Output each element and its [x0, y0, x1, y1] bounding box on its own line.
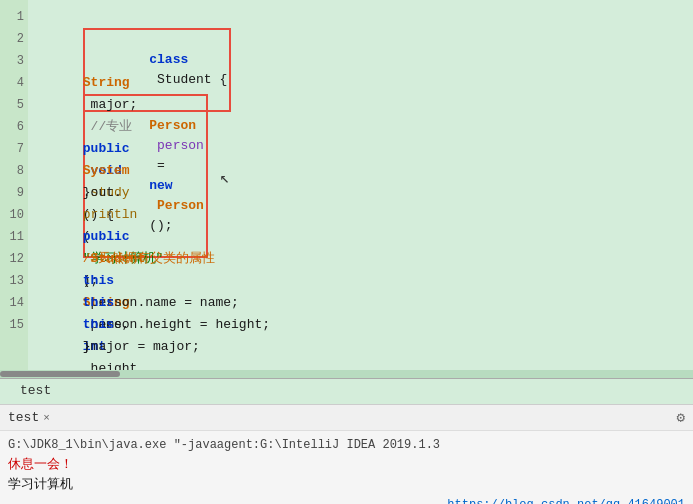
indent-11	[83, 251, 145, 266]
param-height: height,	[83, 361, 153, 370]
indent-3	[83, 75, 114, 90]
footer-link[interactable]: https://blog.csdn.net/qq_41649001	[447, 498, 685, 504]
line-num-1: 1	[17, 6, 24, 28]
bottom-panel: test × ⚙ G:\JDK8_1\bin\java.exe "-javaag…	[0, 404, 693, 504]
line-num-10: 10	[10, 204, 24, 226]
code-editor: 1 2 3 4 5 6 7 8 9 10 11 12 13 14 15 clas…	[0, 0, 693, 370]
line-num-4: 4	[17, 72, 24, 94]
line-num-2: 2	[17, 28, 24, 50]
line-num-8: 8	[17, 160, 24, 182]
csdn-link[interactable]: https://blog.csdn.net/qq_41649001	[447, 498, 685, 504]
var-person: person	[149, 138, 204, 153]
indent-13	[83, 295, 145, 310]
major-assign: .major = major;	[83, 339, 200, 354]
indent-10	[83, 229, 145, 244]
output-line-2: 学习计算机	[8, 475, 685, 495]
bottom-panel-header: test × ⚙	[0, 405, 693, 431]
tab-test[interactable]: test	[8, 381, 63, 402]
line-numbers: 1 2 3 4 5 6 7 8 9 10 11 12 13 14 15	[0, 0, 28, 370]
code-lines: class Student { String major; //专业 Perso…	[28, 0, 693, 342]
editor-tabs-bar: test	[0, 378, 693, 404]
line-num-5: 5	[17, 94, 24, 116]
class-name: Student {	[149, 72, 227, 87]
indent	[83, 53, 114, 68]
horizontal-scrollbar[interactable]	[0, 370, 693, 378]
indent-7	[83, 163, 114, 178]
indent-6	[83, 141, 145, 156]
indent-14	[83, 317, 114, 332]
close-brace-1: }	[83, 185, 91, 200]
line-num-13: 13	[10, 270, 24, 292]
line-num-7: 7	[17, 138, 24, 160]
close-brace-3: }	[83, 339, 91, 354]
line-num-6: 6	[17, 116, 24, 138]
type-person: Person	[149, 118, 196, 133]
line-num-11: 11	[10, 226, 24, 248]
bottom-output: G:\JDK8_1\bin\java.exe "-javaagent:G:\In…	[0, 431, 693, 499]
keyword-new: new	[149, 178, 172, 193]
line-num-3: 3	[17, 50, 24, 72]
indent-5	[83, 119, 114, 134]
bottom-tab-test[interactable]: test ×	[8, 410, 50, 425]
line-num-15: 15	[10, 314, 24, 336]
keyword-class: class	[149, 52, 188, 67]
output-line-1: 休息一会！	[8, 455, 685, 475]
gear-icon[interactable]: ⚙	[677, 409, 685, 426]
indent-12	[83, 273, 145, 288]
scrollbar-thumb[interactable]	[0, 371, 120, 377]
equals: =	[149, 158, 172, 173]
constructor-person: Person	[149, 198, 204, 213]
indent-9	[83, 207, 114, 222]
bottom-tab-label: test	[8, 410, 39, 425]
close-tab-button[interactable]: ×	[43, 412, 50, 424]
line-num-14: 14	[10, 292, 24, 314]
line-num-12: 12	[10, 248, 24, 270]
cmd-line: G:\JDK8_1\bin\java.exe "-javaagent:G:\In…	[8, 435, 685, 455]
line-num-9: 9	[17, 182, 24, 204]
parens-person: ();	[149, 218, 172, 233]
code-line-1: class Student {	[36, 6, 693, 28]
